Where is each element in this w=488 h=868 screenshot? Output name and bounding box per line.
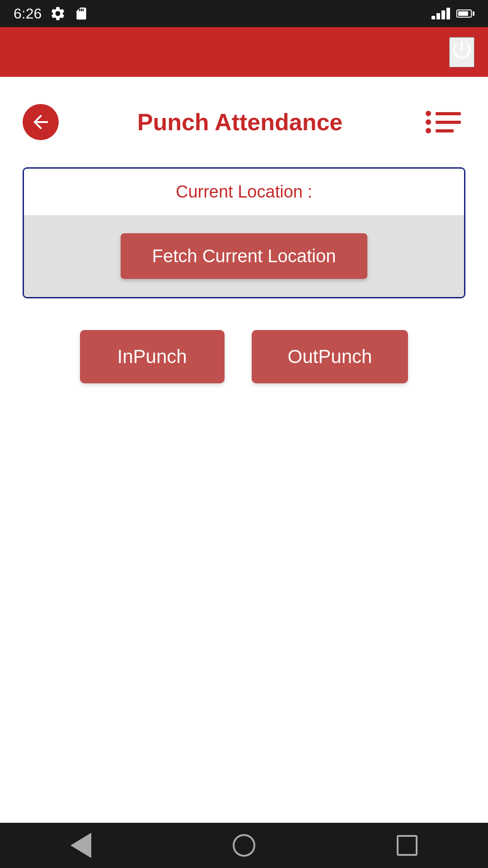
battery-icon [456, 9, 474, 18]
nav-recents-icon [397, 835, 418, 856]
header-row: Punch Attendance [23, 104, 465, 140]
back-button[interactable] [23, 104, 59, 140]
sd-card-icon [74, 5, 89, 22]
menu-icon [426, 111, 461, 133]
punch-row: InPunch OutPunch [23, 330, 465, 383]
nav-back-icon [70, 833, 91, 858]
status-right [432, 8, 474, 19]
in-punch-button[interactable]: InPunch [80, 330, 225, 383]
status-bar: 6:26 [0, 0, 488, 27]
status-time: 6:26 [14, 5, 42, 22]
out-punch-button[interactable]: OutPunch [252, 330, 408, 383]
page-title: Punch Attendance [137, 108, 343, 136]
status-left: 6:26 [14, 5, 89, 22]
signal-icon [432, 8, 450, 19]
location-card: Current Location : Fetch Current Locatio… [23, 167, 465, 298]
app-bar [0, 27, 488, 77]
nav-recents-button[interactable] [397, 835, 418, 856]
nav-home-button[interactable] [233, 834, 255, 857]
settings-icon [50, 5, 66, 22]
main-content: Punch Attendance Current Location [0, 77, 488, 410]
fetch-location-button[interactable]: Fetch Current Location [121, 233, 368, 279]
location-body: Fetch Current Location [24, 215, 464, 297]
location-header: Current Location : [24, 169, 464, 215]
nav-bar [0, 823, 488, 868]
nav-home-icon [233, 834, 255, 857]
power-button[interactable] [449, 37, 474, 67]
location-label: Current Location : [176, 182, 312, 201]
nav-back-button[interactable] [70, 833, 91, 858]
menu-button[interactable] [421, 106, 465, 138]
back-arrow-icon [30, 111, 52, 133]
